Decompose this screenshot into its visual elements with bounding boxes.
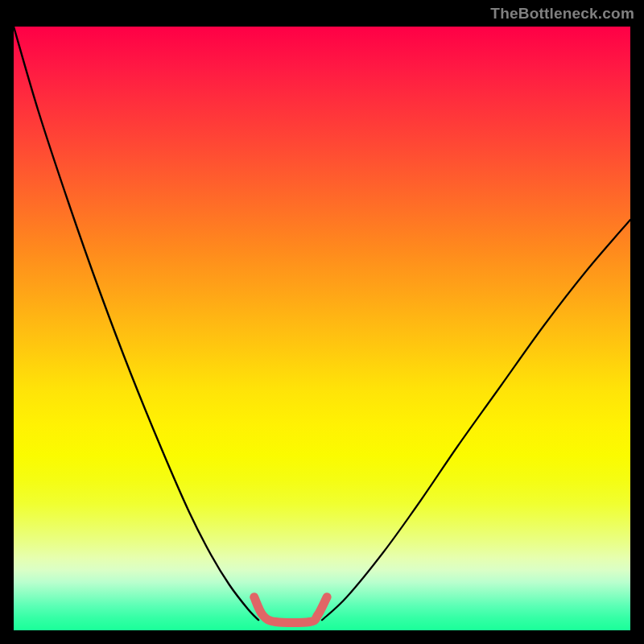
chart-stage: TheBottleneck.com: [0, 0, 644, 644]
curve-bottom-mark: [254, 597, 327, 623]
curve-left-branch: [14, 27, 258, 620]
plot-area: [14, 27, 630, 630]
curve-right-branch: [322, 220, 630, 620]
watermark-text: TheBottleneck.com: [490, 5, 634, 23]
chart-svg: [14, 27, 630, 630]
